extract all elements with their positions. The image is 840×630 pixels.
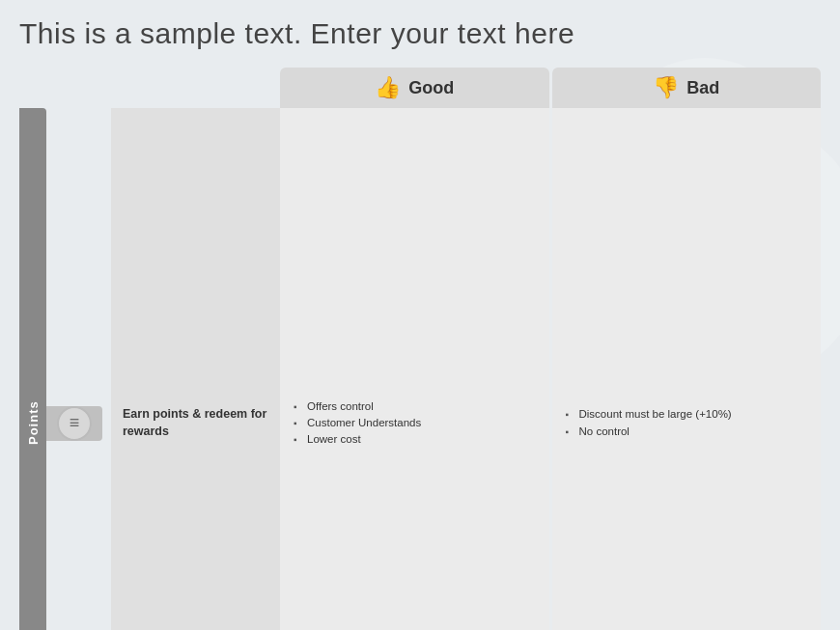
bad-item: Discount must be large (+10%) [566, 406, 732, 423]
bad-cell-points: Discount must be large (+10%)No control [552, 108, 822, 630]
good-item: Offers control [294, 398, 421, 415]
desc-text-points: Earn points & redeem for rewards [123, 406, 268, 440]
good-label: Good [408, 78, 454, 98]
bad-label: Bad [686, 78, 719, 98]
row-label-col-points: Points ≡ [19, 108, 111, 630]
good-item: Customer Understands [294, 415, 421, 431]
good-list-points: Offers controlCustomer UnderstandsLower … [294, 398, 421, 449]
table-row-points: Points ≡ Earn points & redeem for reward… [19, 108, 821, 630]
good-header: 👍 Good [280, 68, 549, 108]
comparison-table: 👍 Good 👎 Bad Points ≡ Earn points & rede… [19, 68, 821, 630]
thumbs-down-icon: 👎 [653, 75, 679, 100]
good-item: Lower cost [294, 431, 421, 448]
table-body: Points ≡ Earn points & redeem for reward… [19, 108, 821, 630]
thumbs-up-icon: 👍 [375, 75, 401, 100]
page-title: This is a sample text. Enter your text h… [19, 17, 821, 50]
bad-list-points: Discount must be large (+10%)No control [566, 406, 732, 440]
good-cell-points: Offers controlCustomer UnderstandsLower … [280, 108, 549, 630]
bad-item: No control [566, 424, 732, 440]
row-icon-col-points: ≡ [46, 406, 102, 441]
row-label-points: Points [19, 108, 46, 630]
list-icon: ≡ [57, 406, 92, 441]
table-header: 👍 Good 👎 Bad [111, 68, 821, 108]
bad-header: 👎 Bad [552, 68, 822, 108]
desc-cell-points: Earn points & redeem for rewards [111, 108, 280, 630]
